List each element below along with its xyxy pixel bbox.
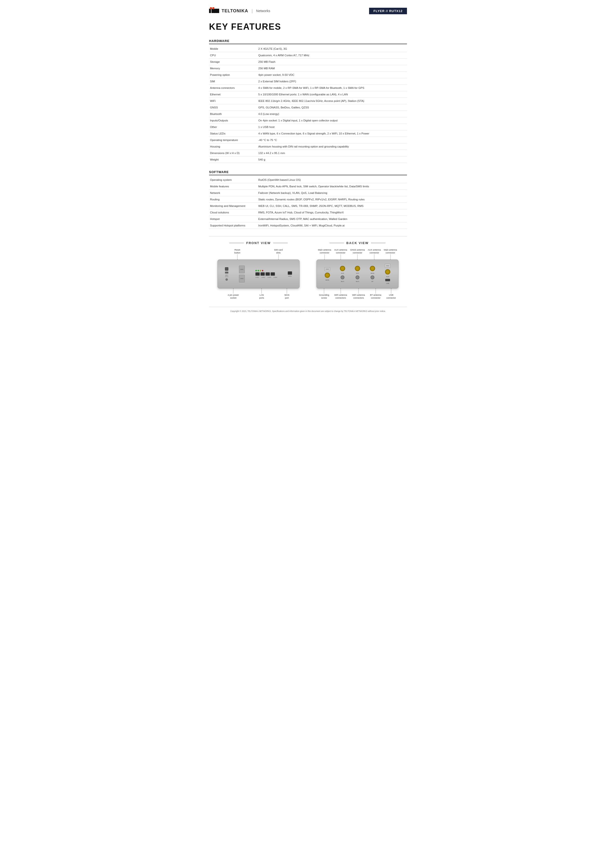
front-ann-wan-label: WANport xyxy=(284,294,289,299)
logo-networks: Networks xyxy=(256,9,270,13)
front-ann-lan-line xyxy=(261,289,262,293)
back-ann-aux1-label: AUX antennaconnector xyxy=(334,249,347,254)
hw-label: SIM xyxy=(209,78,257,85)
hw-value: -40 °C to 75 °C xyxy=(257,137,407,143)
hardware-section-title: HARDWARE xyxy=(209,39,407,44)
back-ann-wifi1-line xyxy=(341,289,341,293)
hw-value: 4pin power socket, 9-50 VDC xyxy=(257,72,407,78)
teltonika-logo-icon xyxy=(209,7,220,14)
sw-label: Mobile features xyxy=(209,183,257,190)
sw-value: Multiple PDN, Auto APN, Band lock, SIM s… xyxy=(257,183,407,190)
front-view-title: FRONT VIEW xyxy=(229,241,288,245)
hw-label: Antenna connectors xyxy=(209,85,257,91)
hw-value: 132 x 44.2 x 95.1 mm xyxy=(257,150,407,156)
back-view-title: BACK VIEW xyxy=(330,241,385,245)
sw-label: Network xyxy=(209,190,257,196)
logo-svg xyxy=(209,7,220,14)
front-lan-ports xyxy=(255,272,277,276)
front-pwr-led xyxy=(225,278,228,281)
back-ann-bt-label: BT antennaconnector xyxy=(370,294,381,299)
hw-label: Memory xyxy=(209,65,257,72)
software-section-title: SOFTWARE xyxy=(209,170,407,175)
hw-value: 256 MB Flash xyxy=(257,59,407,65)
software-table-row: Supported Hotspot platformsIronWiFi, Hot… xyxy=(209,222,407,229)
hardware-table-row: Storage256 MB Flash xyxy=(209,59,407,65)
front-lan2 xyxy=(261,272,265,276)
front-ann-reset-label: Resetbutton xyxy=(234,249,240,254)
footer-text: Copyright © 2023, TELTONIKA NETWORKS. Sp… xyxy=(230,310,386,313)
front-top-annotations: Resetbutton SIM cardslots xyxy=(217,249,300,259)
back-ann-aux2-line xyxy=(374,254,374,259)
sw-label: Monitoring and Management xyxy=(209,203,257,209)
hw-value: Aluminium housing with DIN rail mounting… xyxy=(257,143,407,150)
front-power-area: WiFi2.4 5 xyxy=(225,267,228,281)
hardware-table-row: Other1 x USB host xyxy=(209,124,407,130)
front-power-port xyxy=(225,267,228,271)
device-views-section: FRONT VIEW Resetbutton SIM cardslots WiF… xyxy=(209,236,407,300)
hardware-table-row: Bluetooth4.0 (Low energy) xyxy=(209,111,407,117)
back-ann-usb-line xyxy=(391,289,391,293)
hardware-table-row: SIM2 x External SIM holders (2FF) xyxy=(209,78,407,85)
back-ann-wifi2-line xyxy=(358,289,359,293)
back-aux-label1: AUX xyxy=(341,273,344,274)
front-ann-reset: Resetbutton xyxy=(234,249,240,259)
front-led-3 xyxy=(260,270,261,271)
front-wan-port xyxy=(288,271,292,275)
svg-rect-2 xyxy=(211,9,214,13)
back-wifi-label1: Wi.Fi xyxy=(341,281,344,282)
hw-value: 2 X 4G/LTE (Cat 6), 3G xyxy=(257,46,407,52)
back-ann-gnd: Groundingscrew xyxy=(319,289,329,299)
sw-label: Cloud solutions xyxy=(209,209,257,216)
back-aux-conn1 xyxy=(340,266,345,271)
front-ann-wan: WANport xyxy=(284,289,289,299)
hw-label: Housing xyxy=(209,143,257,150)
sw-value: Failover (Network backup), VLAN, QoS, Lo… xyxy=(257,190,407,196)
sw-value: Static routes, Dynamic routes (BGP, OSPF… xyxy=(257,196,407,203)
page-header: TELTONIKA | Networks FLYER // RUTX12 xyxy=(209,7,407,14)
front-ann-sim-label: SIM cardslots xyxy=(274,249,283,254)
back-wifi-label2: Wi.Fi xyxy=(356,281,359,282)
software-table-row: Monitoring and ManagementWEB UI, CLI, SS… xyxy=(209,203,407,209)
hw-value: IEEE 802.11b/g/n 2.4GHz, IEEE 802.11ac/n… xyxy=(257,98,407,104)
front-ann-power: 4 pin powersocket xyxy=(228,289,239,299)
software-table-row: Cloud solutionsRMS, FOTA, Azure IoT Hub,… xyxy=(209,209,407,216)
hardware-table-row: HousingAluminium housing with DIN rail m… xyxy=(209,143,407,150)
hardware-table-row: CPUQualcomm, 4 x ARM Cortex A7, 717 MHz xyxy=(209,52,407,59)
back-ann-main1-label: Main antennaconnector xyxy=(318,249,331,254)
hardware-table-row: Ethernet5 x 10/100/1000 Ethernet ports: … xyxy=(209,91,407,98)
back-view-container: BACK VIEW Main antennaconnector AUX ante… xyxy=(308,241,407,300)
hw-value: On 4pin socket: 1 x Digital input, 1 x D… xyxy=(257,117,407,124)
hw-label: Weight xyxy=(209,156,257,163)
back-left-area: SIM2 MAIN xyxy=(324,267,330,281)
software-table-row: RoutingStatic routes, Dynamic routes (BG… xyxy=(209,196,407,203)
hw-label: Other xyxy=(209,124,257,130)
front-reset-btn xyxy=(225,272,228,273)
sw-value: RMS, FOTA, Azure IoT Hub, Cloud of Thing… xyxy=(257,209,407,216)
back-ann-wifi2: WiFi antennaconnectors xyxy=(352,289,365,299)
back-ann-wifi2-label: WiFi antennaconnectors xyxy=(352,294,365,299)
front-view-container: FRONT VIEW Resetbutton SIM cardslots WiF… xyxy=(209,241,308,300)
sw-value: External/Internal Radius, SMS OTP, MAC a… xyxy=(257,216,407,222)
back-gps-area: GPS Wi.Fi xyxy=(355,266,360,282)
page-footer: Copyright © 2023, TELTONIKA NETWORKS. Sp… xyxy=(209,307,407,313)
hardware-table-row: Antenna connectors4 x SMA for mobile, 2 … xyxy=(209,85,407,91)
hw-label: GNSS xyxy=(209,104,257,111)
back-ann-gnss: GNSS antennaconnector xyxy=(350,249,365,259)
back-ann-gnd-line xyxy=(324,289,324,293)
sw-label: Supported Hotspot platforms xyxy=(209,222,257,229)
svg-rect-5 xyxy=(217,9,219,13)
sw-value: IronWiFi, HotspotSystem, Cloud4Wi, SAI +… xyxy=(257,222,407,229)
back-ann-main2: Main antennaconnector xyxy=(384,249,397,259)
front-view-label: FRONT VIEW xyxy=(246,241,271,245)
software-table-row: HotspotExternal/Internal Radius, SMS OTP… xyxy=(209,216,407,222)
hw-value: 4 x WAN type, 6 x Connection type, 6 x S… xyxy=(257,130,407,137)
back-main-label1: MAIN xyxy=(325,279,329,281)
front-router-device: WiFi2.4 5 SIM1 SIM2 xyxy=(217,259,300,289)
hw-value: 1 x USB host xyxy=(257,124,407,130)
hardware-table-row: Dimensions (W x H x D)132 x 44.2 x 95.1 … xyxy=(209,150,407,156)
back-ann-aux2: AUX antennaconnector xyxy=(368,249,381,259)
front-sim1: SIM1 xyxy=(239,265,245,273)
front-lan4 xyxy=(270,272,275,276)
front-ann-sim: SIM cardslots xyxy=(274,249,283,259)
back-sim1: SIM1 xyxy=(385,264,391,268)
